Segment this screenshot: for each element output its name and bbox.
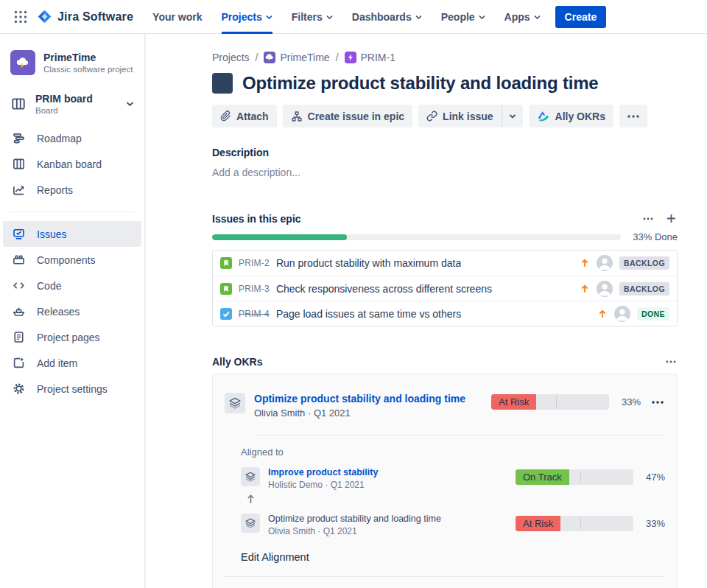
- chevron-down-icon: [326, 15, 333, 20]
- ally-heading: Ally OKRs: [212, 356, 262, 368]
- ally-section-more-icon[interactable]: [664, 359, 678, 365]
- project-type: Classic software project: [43, 65, 133, 74]
- create-issue-in-epic-button[interactable]: Create issue in epic: [283, 105, 413, 127]
- attach-button[interactable]: Attach: [212, 105, 277, 127]
- breadcrumb-issue[interactable]: PRIM-1: [345, 52, 395, 63]
- chevron-down-icon: [479, 15, 485, 20]
- issue-toolbar: Attach Create issue in epic Link issue: [212, 105, 678, 127]
- sidebar-item-add-item[interactable]: Add item: [3, 350, 141, 376]
- assignee-avatar[interactable]: [597, 281, 613, 297]
- sidebar-item-kanban-board[interactable]: Kanban board: [3, 151, 141, 177]
- nav-projects[interactable]: Projects: [222, 0, 272, 34]
- add-item-icon: [11, 356, 26, 371]
- link-icon: [426, 111, 437, 122]
- aligned-okr-title-link[interactable]: Improve product stability: [268, 467, 378, 477]
- issue-summary: Page load issues at same time vs others: [276, 308, 461, 320]
- assignee-avatar[interactable]: [597, 255, 613, 271]
- epic-issue-list: PRIM-2 Run product stability with maximu…: [212, 250, 678, 326]
- aligned-okr-owner: Holistic Demo · Q1 2021: [268, 480, 378, 490]
- sidebar-item-project-settings[interactable]: Project settings: [3, 376, 141, 402]
- status-chip: At Risk: [491, 394, 536, 410]
- issue-key: PRIM-2: [239, 258, 270, 268]
- issue-key: PRIM-4: [239, 309, 270, 319]
- issue-row-prim-2[interactable]: PRIM-2 Run product stability with maximu…: [213, 251, 677, 276]
- nav-dashboards[interactable]: Dashboards: [352, 0, 422, 34]
- sidebar-group-board: Roadmap Kanban board Reports: [0, 122, 144, 206]
- status-badge[interactable]: DONE: [637, 307, 669, 321]
- releases-icon: [11, 304, 26, 319]
- kanban-icon: [11, 157, 26, 172]
- issue-row-prim-4[interactable]: PRIM-4 Page load issues at same time vs …: [213, 301, 677, 326]
- nav-people[interactable]: People: [441, 0, 485, 34]
- okr-title-link[interactable]: Optimize product stability and loading t…: [254, 393, 465, 405]
- add-issue-plus-icon[interactable]: [665, 212, 678, 225]
- epic-progress-bar: [212, 234, 621, 240]
- nav-apps[interactable]: Apps: [504, 0, 541, 34]
- sidebar-item-components[interactable]: Components: [3, 247, 141, 273]
- jira-diamond-icon: [37, 9, 52, 24]
- issue-row-prim-3[interactable]: PRIM-3 Check responsiveness across diffe…: [213, 276, 677, 301]
- okr-more-icon[interactable]: [650, 399, 665, 405]
- status-badge[interactable]: BACKLOG: [619, 282, 669, 295]
- chevron-down-icon: [266, 15, 272, 20]
- aligned-okr-row-2: Optimize product stability and loading t…: [241, 514, 665, 536]
- nav-your-work[interactable]: Your work: [152, 0, 202, 34]
- issues-icon: [11, 227, 26, 242]
- create-button[interactable]: Create: [555, 6, 607, 28]
- primary-nav: Your work Projects Filters Dashboards Pe…: [152, 0, 541, 34]
- edit-alignment-link[interactable]: Edit Alignment: [241, 551, 309, 563]
- chevron-down-icon: [415, 15, 422, 20]
- chevron-down-icon: [534, 15, 541, 20]
- chevron-down-icon: [126, 101, 134, 107]
- ally-logo-icon: [537, 110, 550, 122]
- okr-owner: Olivia Smith · Q1 2021: [254, 407, 465, 419]
- sidebar-item-roadmap[interactable]: Roadmap: [3, 125, 141, 151]
- epic-color-swatch[interactable]: [212, 73, 233, 94]
- app-switcher-icon[interactable]: [9, 5, 32, 29]
- objective-layers-icon: [241, 514, 260, 533]
- description-placeholder[interactable]: Add a description...: [212, 167, 678, 178]
- project-avatar: [10, 50, 35, 75]
- epic-issues-more-icon[interactable]: [641, 216, 655, 222]
- sidebar-item-project-pages[interactable]: Project pages: [3, 324, 141, 350]
- assignee-avatar[interactable]: [614, 306, 630, 322]
- pages-icon: [11, 330, 26, 345]
- sidebar-item-issues[interactable]: Issues: [3, 221, 141, 247]
- components-icon: [11, 253, 26, 267]
- objective-layers-icon: [225, 393, 245, 413]
- aligned-okr-row-1: Improve product stability Holistic Demo …: [241, 467, 665, 490]
- more-actions-button[interactable]: [619, 105, 647, 127]
- aligned-okr-owner: Olivia Smith · Q1 2021: [268, 526, 441, 536]
- show-more-toggle[interactable]: Show more: [225, 577, 665, 588]
- ally-panel: Optimize product stability and loading t…: [212, 374, 678, 588]
- epic-progress-label: 33% Done: [633, 231, 678, 242]
- primary-okr-row: Optimize product stability and loading t…: [225, 393, 665, 419]
- page-title: Optimize product stability and loading t…: [242, 73, 598, 94]
- ellipsis-icon: [627, 115, 639, 118]
- okr-percent: 33%: [643, 518, 665, 529]
- status-chip: At Risk: [516, 516, 560, 531]
- breadcrumb-projects[interactable]: Projects: [212, 52, 250, 63]
- okr-status-bar: At Risk: [491, 394, 609, 410]
- epic-icon: [345, 52, 356, 63]
- okr-status-bar: At Risk: [516, 516, 633, 531]
- status-badge[interactable]: BACKLOG: [619, 256, 669, 270]
- link-issue-more-button[interactable]: [502, 105, 523, 127]
- nav-filters[interactable]: Filters: [292, 0, 333, 34]
- ally-okrs-button[interactable]: Ally OKRs: [529, 105, 613, 127]
- sidebar-item-releases[interactable]: Releases: [3, 298, 141, 324]
- okr-percent: 47%: [643, 472, 665, 483]
- alignment-arrow-up-icon: [247, 494, 665, 504]
- okr-status-bar: On Track: [516, 469, 633, 485]
- breadcrumb-project[interactable]: PrimeTime: [264, 52, 329, 63]
- board-name: PRIM board: [35, 93, 93, 105]
- project-mini-icon: [264, 52, 275, 63]
- jira-logo[interactable]: Jira Software: [37, 9, 133, 24]
- aligned-to-block: Aligned to Improve product stability Hol…: [241, 435, 665, 564]
- link-issue-button[interactable]: Link issue: [418, 105, 501, 127]
- sidebar-item-code[interactable]: Code: [3, 273, 141, 298]
- board-switcher[interactable]: PRIM board Board: [0, 87, 144, 122]
- epic-progress-fill: [212, 234, 347, 240]
- sidebar-item-reports[interactable]: Reports: [3, 177, 141, 203]
- roadmap-icon: [11, 131, 26, 146]
